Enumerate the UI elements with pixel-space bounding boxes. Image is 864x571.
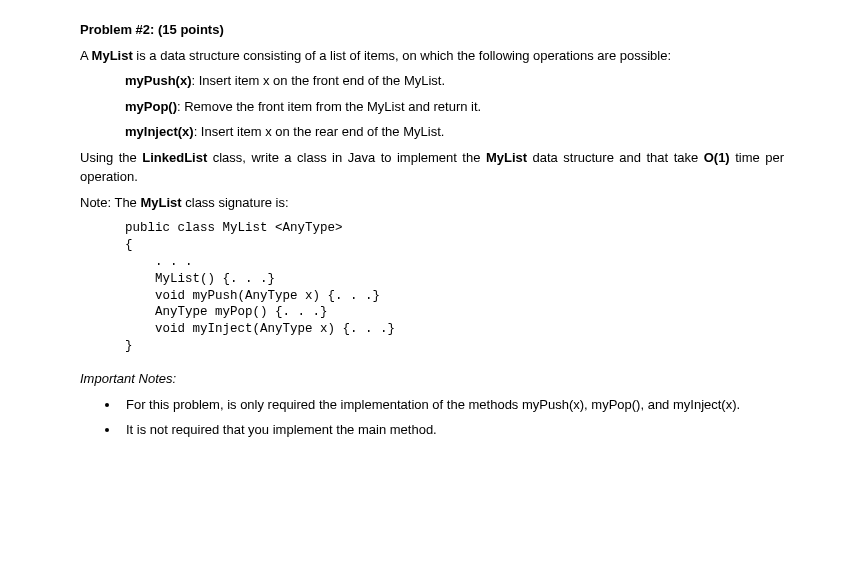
op-pop: myPop(): Remove the front item from the … xyxy=(125,97,784,117)
note-pre: Note: The xyxy=(80,195,140,210)
op-push: myPush(x): Insert item x on the front en… xyxy=(125,71,784,91)
using-mid: class, write a class in Java to implemen… xyxy=(207,150,486,165)
intro-bold: MyList xyxy=(92,48,133,63)
using-b2: MyList xyxy=(486,150,527,165)
note-line: Note: The MyList class signature is: xyxy=(80,193,784,213)
code-signature: public class MyList <AnyType> { . . . My… xyxy=(125,220,784,355)
op-pop-desc: : Remove the front item from the MyList … xyxy=(177,99,481,114)
using-b3: O(1) xyxy=(704,150,730,165)
note-item-1: For this problem, is only required the i… xyxy=(120,395,784,415)
op-push-desc: : Insert item x on the front end of the … xyxy=(191,73,445,88)
note-post: class signature is: xyxy=(182,195,289,210)
op-push-name: myPush(x) xyxy=(125,73,191,88)
using-b1: LinkedList xyxy=(142,150,207,165)
problem-heading: Problem #2: (15 points) xyxy=(80,20,784,40)
op-inject-desc: : Insert item x on the rear end of the M… xyxy=(194,124,445,139)
note-item-2: It is not required that you implement th… xyxy=(120,420,784,440)
op-pop-name: myPop() xyxy=(125,99,177,114)
using-pre: Using the xyxy=(80,150,142,165)
op-inject: myInject(x): Insert item x on the rear e… xyxy=(125,122,784,142)
note-bold: MyList xyxy=(140,195,181,210)
notes-list: For this problem, is only required the i… xyxy=(80,395,784,440)
intro-pre: A xyxy=(80,48,92,63)
using-post1: data structure and that take xyxy=(527,150,704,165)
using-paragraph: Using the LinkedList class, write a clas… xyxy=(80,148,784,187)
intro-post: is a data structure consisting of a list… xyxy=(133,48,671,63)
op-inject-name: myInject(x) xyxy=(125,124,194,139)
important-notes-heading: Important Notes: xyxy=(80,369,784,389)
intro-paragraph: A MyList is a data structure consisting … xyxy=(80,46,784,66)
